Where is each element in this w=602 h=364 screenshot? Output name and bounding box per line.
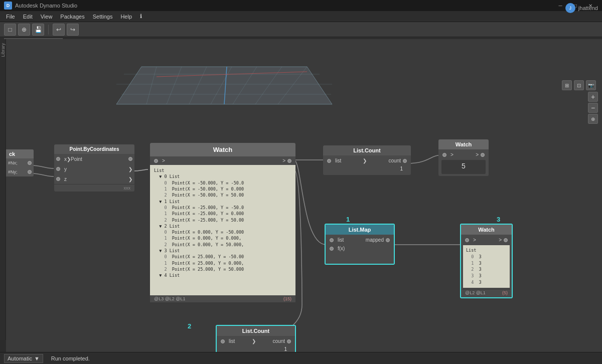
watch-content-line-8: 2 Point(X = -25.000, Y = 50.00 [154,217,291,223]
point-row-y: y ❯ [54,164,134,174]
listcount-bottom-arrow: ❯ [252,338,256,344]
watch-top-input-label: > [450,152,454,157]
point-bycoordinates-node: Point.ByCoordinates x ❯ Point y ❯ z ❯ [54,144,134,192]
watch-main-footer-count: (15) [283,296,291,301]
watch-br-line-0: List [466,247,507,254]
listcount-main-row: list ❯ count [324,156,410,165]
listcount-list-label: list [335,158,341,163]
menu-help[interactable]: Help [116,13,136,21]
undo-button[interactable]: ↩ [53,24,65,36]
partial-row-nx: #Nx; [6,158,34,167]
watch-bottomright-body: > > List 0 3 1 3 2 3 3 3 4 3 @L2 @L1 (5) [461,235,512,297]
svg-line-6 [189,67,207,104]
redo-button[interactable]: ↪ [67,24,79,36]
listmap-list-input[interactable] [330,238,334,242]
watch-content-line-4: 2 Point(X = -50.000, Y = 50.00 [154,192,291,198]
camera-icon[interactable]: 📷 [586,80,596,90]
listcount-bottom-list-input[interactable] [221,339,225,343]
listcount-bottom-list-label: list [229,338,235,344]
point-output-label: Point [71,156,82,162]
listmap-mapped-output[interactable] [386,238,390,242]
port-point-output[interactable] [128,157,132,161]
listmap-fx-input[interactable] [330,247,334,251]
watch-content-line-10: 0 Point(X = 0.000, Y = -50.000 [154,229,291,235]
new-button[interactable]: □ [4,24,16,36]
point-bycoord-header: Point.ByCoordinates [54,144,134,154]
listcount-count-label: count [389,158,401,163]
listcount-main-header: List.Count [323,145,411,155]
app-title: Autodesk Dynamo Studio [15,3,77,9]
zoom-in-button[interactable]: + [588,92,598,102]
zoom-controls: + − ⊕ [588,92,598,124]
watch-br-line-4: 3 3 [466,273,507,279]
port-z-input[interactable] [56,177,60,181]
username: jhattend [578,5,598,11]
canvas[interactable]: ck #Nx; #Ny; Point.ByCoordinates x ❯ Poi… [6,39,602,352]
watch-main-input-port[interactable] [154,159,158,163]
svg-line-5 [167,67,182,104]
watch-br-line-2: 1 3 [466,260,507,267]
svg-line-12 [157,72,307,77]
run-mode-label: Automatic [8,355,32,361]
watch-br-line-5: 4 3 [466,279,507,286]
label-point: ❯ [67,156,71,162]
watch-top-row: > > [439,150,488,159]
watch-content-line-2: 0 Point(X = -50.000, Y = -50.0 [154,180,291,186]
listcount-bottom-node: List.Count list ❯ count 1 [216,325,296,352]
port-y-input[interactable] [56,167,60,171]
listcount-list-input[interactable] [327,159,331,163]
side-panel: Library [0,39,6,340]
connections-layer [6,39,602,352]
view-icon-1[interactable]: ⊞ [562,80,572,90]
watch-br-footer-left: @L2 @L1 [465,290,486,295]
listcount-main-node: List.Count list ❯ count 1 [323,145,411,175]
listmap-row-list: list mapped [327,236,393,244]
menu-info[interactable]: ℹ [136,12,146,21]
port-nx-output[interactable] [28,161,32,165]
user-area: J jhattend [565,3,598,13]
watch-main-header: Watch [150,143,295,156]
partial-node-header: ck [6,149,34,158]
listcount-bottom-count-label: count [273,338,285,344]
point-row-z: z ❯ [54,174,134,184]
watch-main-output-port[interactable] [287,159,291,163]
listcount-count-output[interactable] [403,159,407,163]
point-xxx: xxx [54,184,134,192]
watch-content-line-14: 0 Point(X = 25.000, Y = -50.00 [154,254,291,260]
listcount-bottom-count-output[interactable] [287,339,291,343]
partial-node-ck: ck #Nx; #Ny; [6,149,34,176]
zoom-fit-button[interactable]: ⊕ [588,114,598,124]
open-button[interactable]: ⊕ [18,24,30,36]
port-x-input[interactable] [56,157,60,161]
listcount-bottom-value: 1 [218,345,294,352]
menu-view[interactable]: View [37,13,57,21]
watch-br-input-port[interactable] [465,238,469,242]
watch-content-line-13: ▼ 3 List [154,248,291,254]
menu-settings[interactable]: Settings [89,13,117,21]
zoom-out-button[interactable]: − [588,103,598,113]
port-ny-output[interactable] [28,170,32,174]
listmap-header: List.Map [326,225,394,235]
menubar: File Edit View Packages Settings Help ℹ … [0,11,602,22]
watch-top-output-port[interactable] [481,153,485,157]
label-z: z [64,176,67,182]
save-button[interactable]: 💾 [32,24,44,36]
listcount-bottom-body: list ❯ count 1 [217,336,295,352]
svg-line-10 [278,67,307,104]
watch-content-line-17: ▼ 4 List [154,272,291,278]
listcount-bottom-row: list ❯ count [218,337,294,345]
listmap-node: List.Map list mapped f(x) [325,224,395,265]
view-icon-2[interactable]: ⊡ [574,80,584,90]
user-avatar: J [565,3,575,13]
menu-edit[interactable]: Edit [19,13,37,21]
watch-content-line-9: ▼ 2 List [154,223,291,229]
watch-main-footer: @L3 @L2 @L1 (15) [150,295,295,302]
watch-main-node: Watch > > List ▼ 0 List 0 Point(X = -50.… [150,143,295,302]
library-label: Library [1,41,6,59]
watch-main-footer-left: @L3 @L2 @L1 [154,296,185,301]
menu-file[interactable]: File [2,13,19,21]
watch-br-output-port[interactable] [504,238,508,242]
menu-packages[interactable]: Packages [56,13,88,21]
run-mode-dropdown[interactable]: Automatic ▼ [4,354,43,363]
watch-top-input-port[interactable] [442,153,446,157]
